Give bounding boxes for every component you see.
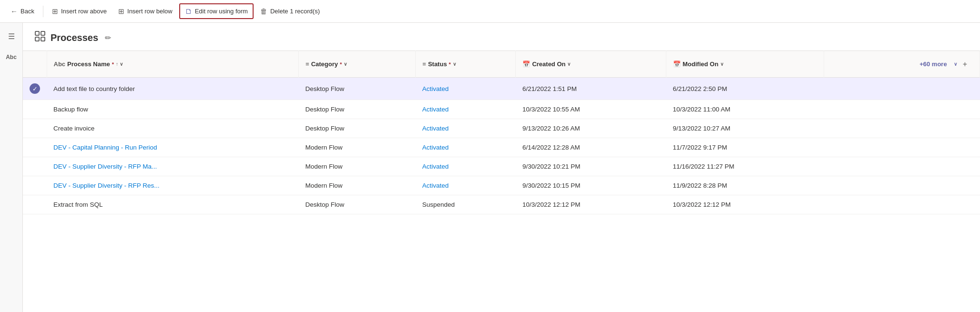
process-name-value: Backup flow	[53, 106, 88, 113]
status-sort[interactable]: ∨	[453, 61, 456, 67]
created-sort[interactable]: ∨	[567, 61, 571, 67]
process-name-value[interactable]: DEV - Supplier Diversity - RFP Ma...	[53, 163, 157, 170]
modified-col-icon: 📅	[673, 60, 681, 68]
delete-label: Delete 1 record(s)	[270, 8, 320, 15]
check-icon: ✓	[30, 83, 40, 94]
delete-records-button[interactable]: 🗑 Delete 1 record(s)	[255, 4, 325, 18]
cell-created-on: 10/3/2022 12:12 PM	[516, 195, 666, 214]
process-name-value: Add text file to country folder	[53, 85, 135, 92]
process-name-sort[interactable]: ↑ ∨	[116, 61, 123, 67]
col-header-modified-on[interactable]: 📅 Modified On ∨	[666, 51, 824, 78]
process-name-value[interactable]: DEV - Capital Planning - Run Period	[53, 144, 157, 151]
processes-table-icon	[34, 30, 46, 45]
cell-process-name: DEV - Capital Planning - Run Period	[47, 138, 299, 157]
row-checkbox[interactable]	[23, 100, 47, 119]
insert-row-below-label: Insert row below	[127, 8, 173, 15]
sidebar-menu-icon[interactable]: ☰	[4, 29, 19, 44]
process-name-col-icon: Abc	[54, 60, 66, 68]
cell-process-name: Add text file to country folder	[47, 78, 299, 100]
separator-1	[43, 6, 43, 17]
category-sort[interactable]: ∨	[344, 61, 347, 67]
category-value: Modern Flow	[306, 163, 343, 170]
cell-modified-on: 10/3/2022 11:00 AM	[666, 100, 824, 119]
process-name-value[interactable]: DEV - Supplier Diversity - RFP Res...	[53, 182, 160, 189]
table-row[interactable]: DEV - Supplier Diversity - RFP Res... Mo…	[23, 176, 980, 195]
edit-row-form-button[interactable]: 🗋 Edit row using form	[179, 3, 254, 19]
insert-below-icon: ⊞	[118, 7, 124, 16]
add-column-button[interactable]: +	[957, 56, 973, 72]
cell-extra	[824, 138, 980, 157]
select-all-header[interactable]	[23, 51, 47, 78]
edit-row-form-label: Edit row using form	[195, 8, 248, 15]
cell-extra	[824, 78, 980, 100]
category-value: Desktop Flow	[306, 201, 345, 208]
edit-title-icon[interactable]: ✏	[105, 33, 111, 42]
cell-created-on: 9/30/2022 10:21 PM	[516, 157, 666, 176]
cell-category: Desktop Flow	[299, 119, 416, 138]
cell-created-on: 9/13/2022 10:26 AM	[516, 119, 666, 138]
hamburger-icon: ☰	[8, 32, 15, 41]
more-cols-chevron[interactable]: ∨	[954, 61, 957, 67]
back-button[interactable]: ← Back	[6, 4, 39, 18]
status-col-icon: ≡	[422, 60, 426, 68]
status-value: Activated	[422, 85, 449, 92]
row-checkbox[interactable]	[23, 176, 47, 195]
table-row[interactable]: DEV - Supplier Diversity - RFP Ma... Mod…	[23, 157, 980, 176]
status-value: Suspended	[422, 201, 455, 208]
more-cols-header[interactable]: +60 more ∨ +	[824, 51, 980, 78]
cell-category: Modern Flow	[299, 176, 416, 195]
category-value: Modern Flow	[306, 182, 343, 189]
svg-rect-0	[35, 31, 39, 35]
status-required-star: *	[449, 61, 451, 67]
delete-icon: 🗑	[260, 7, 267, 15]
row-checkbox[interactable]: ✓	[23, 78, 47, 100]
cell-modified-on: 9/13/2022 10:27 AM	[666, 119, 824, 138]
cell-process-name: Extract from SQL	[47, 195, 299, 214]
modified-sort[interactable]: ∨	[720, 61, 724, 67]
required-star: *	[112, 61, 114, 67]
cell-status: Activated	[416, 157, 516, 176]
row-checkbox[interactable]	[23, 157, 47, 176]
modified-on-value: 11/16/2022 11:27 PM	[673, 163, 734, 170]
table-body: ✓ Add text file to country folder Deskto…	[23, 78, 980, 214]
col-header-status[interactable]: ≡ Status * ∨	[416, 51, 516, 78]
modified-on-value: 6/21/2022 2:50 PM	[673, 85, 727, 92]
created-on-value: 10/3/2022 12:12 PM	[522, 201, 581, 208]
table-row[interactable]: Extract from SQL Desktop Flow Suspended …	[23, 195, 980, 214]
table-row[interactable]: DEV - Capital Planning - Run Period Mode…	[23, 138, 980, 157]
col-header-category[interactable]: ≡ Category * ∨	[299, 51, 416, 78]
page-header: Processes ✏	[23, 23, 980, 50]
table-row[interactable]: ✓ Add text file to country folder Deskto…	[23, 78, 980, 100]
category-value: Desktop Flow	[306, 125, 345, 132]
cell-modified-on: 11/9/2022 8:28 PM	[666, 176, 824, 195]
created-col-icon: 📅	[522, 60, 530, 68]
data-table: Abc Process Name * ↑ ∨ ≡ Category * ∨	[23, 50, 980, 214]
more-cols-button[interactable]: +60 more	[913, 56, 953, 72]
cell-status: Suspended	[416, 195, 516, 214]
created-on-value: 9/13/2022 10:26 AM	[522, 125, 580, 132]
content-area: Processes ✏ Abc Process Name * ↑ ∨	[23, 23, 980, 312]
col-category-label: Category	[311, 60, 338, 68]
col-header-process-name[interactable]: Abc Process Name * ↑ ∨	[47, 51, 299, 78]
status-value: Activated	[422, 125, 449, 132]
created-on-value: 10/3/2022 10:55 AM	[522, 106, 580, 113]
insert-row-below-button[interactable]: ⊞ Insert row below	[113, 4, 177, 19]
row-checkbox[interactable]	[23, 138, 47, 157]
category-value: Modern Flow	[306, 144, 343, 151]
cell-process-name: DEV - Supplier Diversity - RFP Ma...	[47, 157, 299, 176]
insert-row-above-button[interactable]: ⊞ Insert row above	[47, 4, 112, 19]
sidebar-abc-icon[interactable]: Abc	[4, 50, 19, 65]
row-checkbox[interactable]	[23, 195, 47, 214]
process-name-value: Extract from SQL	[53, 201, 103, 208]
cell-created-on: 6/14/2022 12:28 AM	[516, 138, 666, 157]
cell-status: Activated	[416, 119, 516, 138]
table-row[interactable]: Backup flow Desktop Flow Activated 10/3/…	[23, 100, 980, 119]
col-header-created-on[interactable]: 📅 Created On ∨	[516, 51, 666, 78]
row-checkbox[interactable]	[23, 119, 47, 138]
cell-category: Modern Flow	[299, 138, 416, 157]
cell-modified-on: 6/21/2022 2:50 PM	[666, 78, 824, 100]
table-row[interactable]: Create invoice Desktop Flow Activated 9/…	[23, 119, 980, 138]
svg-rect-1	[41, 31, 45, 35]
process-name-value: Create invoice	[53, 125, 94, 132]
modified-on-value: 11/9/2022 8:28 PM	[673, 182, 727, 189]
